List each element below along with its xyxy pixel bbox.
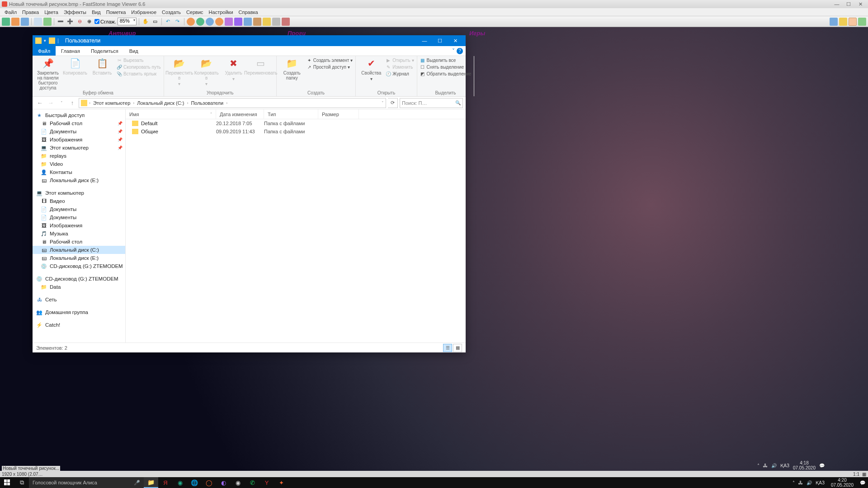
- paste-shortcut-button[interactable]: 📎Вставить ярлык: [117, 70, 161, 77]
- nav-item[interactable]: 🖴Локальный диск (E:): [33, 254, 125, 262]
- folder-icon[interactable]: [11, 18, 19, 26]
- tool5-icon[interactable]: [225, 18, 233, 26]
- nav-item[interactable]: 📄Документы📌: [33, 127, 125, 136]
- settings-icon[interactable]: [282, 18, 290, 26]
- menu-favorites[interactable]: Избранное: [128, 9, 159, 15]
- recent-locations-button[interactable]: ˅: [57, 99, 66, 108]
- nav-homegroup[interactable]: 👥Домашняя группа: [33, 308, 125, 316]
- email-icon[interactable]: [253, 18, 261, 26]
- nav-pane[interactable]: ★Быстрый доступ 🖥Рабочий стол📌📄Документы…: [33, 109, 126, 343]
- tool4-icon[interactable]: [215, 18, 223, 26]
- zoom-combo[interactable]: 85%: [118, 18, 137, 25]
- table-row[interactable]: Общие09.09.2019 11:43Папка с файлами: [126, 127, 466, 136]
- nav-this-pc[interactable]: 💻Этот компьютер: [33, 189, 125, 197]
- close-button[interactable]: ✕: [854, 1, 866, 7]
- view2-icon[interactable]: [839, 18, 847, 26]
- breadcrumb[interactable]: › Этот компьютер › Локальный диск (C:) ›…: [79, 98, 386, 108]
- zoom-in-icon[interactable]: ➕: [66, 18, 74, 26]
- tray-chevron-icon[interactable]: ˄: [793, 480, 795, 485]
- menu-settings[interactable]: Настройки: [206, 9, 236, 15]
- col-date[interactable]: Дата изменения: [216, 109, 264, 119]
- fullscreen-icon[interactable]: [34, 18, 42, 26]
- menu-service[interactable]: Сервис: [184, 9, 206, 15]
- view4-icon[interactable]: [858, 18, 866, 26]
- menu-help[interactable]: Справка: [236, 9, 261, 15]
- select-icon[interactable]: ▭: [151, 18, 159, 26]
- taskbar-steam-icon[interactable]: ◉: [231, 477, 245, 488]
- explorer-minimize-button[interactable]: —: [417, 38, 432, 44]
- start-button[interactable]: [0, 479, 14, 486]
- save-icon[interactable]: [21, 18, 29, 26]
- tray-volume-icon[interactable]: 🔊: [771, 463, 777, 468]
- view3-icon[interactable]: [849, 18, 857, 26]
- rename-button[interactable]: ▭Переименовать: [248, 57, 274, 75]
- nav-item[interactable]: 🖼Изображения📌: [33, 136, 125, 144]
- ribbon-help[interactable]: ˅?: [449, 46, 466, 56]
- select-none-button[interactable]: ☐Снять выделение: [420, 64, 472, 70]
- forward-button[interactable]: →: [46, 99, 55, 108]
- refresh-button[interactable]: ⟳: [388, 98, 398, 108]
- menu-file[interactable]: Файл: [2, 9, 19, 15]
- nav-item[interactable]: 🖴Локальный диск (E:): [33, 176, 125, 184]
- chevron-right-icon[interactable]: ›: [225, 101, 228, 105]
- crumb-thispc[interactable]: Этот компьютер: [92, 100, 131, 106]
- nav-cd[interactable]: 💿CD-дисковод (G:) ZTEMODEM: [33, 275, 125, 283]
- status-extra-icon[interactable]: ▦: [862, 472, 866, 477]
- rotate-right-icon[interactable]: ↷: [174, 18, 182, 26]
- zoom-out-icon[interactable]: ➖: [57, 18, 65, 26]
- maximize-button[interactable]: ☐: [843, 1, 854, 7]
- task-view-button[interactable]: ⧉: [14, 479, 29, 486]
- nav-item[interactable]: 📁replays: [33, 152, 125, 160]
- taskbar-ybrowser-icon[interactable]: Y: [259, 477, 274, 488]
- delete-button[interactable]: ✖Удалить▾: [221, 57, 246, 81]
- icons-view-button[interactable]: ▦: [453, 344, 462, 352]
- explorer-close-button[interactable]: ✕: [448, 38, 463, 44]
- menu-colors[interactable]: Цвета: [42, 9, 61, 15]
- nav-item[interactable]: 📄Документы: [33, 205, 125, 213]
- menu-create[interactable]: Создать: [159, 9, 184, 15]
- col-type[interactable]: Тип: [264, 109, 318, 119]
- chevron-right-icon[interactable]: ›: [132, 101, 135, 105]
- nav-item[interactable]: 🎵Музыка: [33, 230, 125, 238]
- file-list[interactable]: Имя ˄ Дата изменения Тип Размер Default2…: [126, 109, 466, 343]
- zoom-1to1-icon[interactable]: ⊕: [85, 18, 93, 26]
- rotate-left-icon[interactable]: ↶: [164, 18, 172, 26]
- hand-icon[interactable]: ✋: [142, 18, 150, 26]
- pin-button[interactable]: 📌Закрепить на панели быстрого доступа: [35, 57, 61, 90]
- tool2-icon[interactable]: [196, 18, 204, 26]
- inner-clock[interactable]: 4:1807.05.2020: [793, 460, 816, 470]
- action-center-icon[interactable]: 💬: [860, 480, 865, 485]
- taskbar-app2-icon[interactable]: ◯: [202, 477, 216, 488]
- nav-item[interactable]: 🎞Видео: [33, 197, 125, 205]
- menu-tag[interactable]: Пометка: [104, 9, 129, 15]
- tab-file[interactable]: Файл: [33, 46, 56, 56]
- properties-button[interactable]: ✔Свойства▾: [359, 57, 384, 81]
- alisa-search[interactable]: Голосовой помощник Алиса🎤: [29, 477, 144, 488]
- qat-folder-icon[interactable]: [49, 38, 55, 44]
- chevron-right-icon[interactable]: ›: [186, 101, 189, 105]
- tray-volume-icon[interactable]: 🔊: [807, 480, 812, 485]
- tab-home[interactable]: Главная: [56, 46, 85, 56]
- nav-quick-access[interactable]: ★Быстрый доступ: [33, 111, 125, 119]
- explorer-maximize-button[interactable]: ☐: [432, 38, 448, 44]
- taskbar-chrome-icon[interactable]: 🌐: [187, 477, 202, 488]
- copy-to-button[interactable]: 📂Копировать в▾: [194, 57, 219, 86]
- tray-network-icon[interactable]: 🖧: [763, 463, 768, 468]
- tray-lang[interactable]: ҚАЗ: [780, 463, 789, 468]
- invert-selection-button[interactable]: ◩Обратить выделение: [420, 70, 472, 77]
- tray-chevron-icon[interactable]: ˄: [757, 463, 760, 468]
- cut-button[interactable]: ✂Вырезать: [117, 57, 161, 63]
- clock[interactable]: 4:2007.05.2020: [828, 478, 856, 488]
- select-all-button[interactable]: ▦Выделить все: [420, 57, 472, 63]
- qat-dropdown-icon[interactable]: ▾: [42, 38, 47, 43]
- nav-item[interactable]: 👤Контакты: [33, 168, 125, 176]
- easy-access-button[interactable]: ↗Простой доступ ▾: [307, 64, 353, 70]
- search-input[interactable]: Поиск: П…: [400, 98, 463, 108]
- nav-item[interactable]: 🖥Рабочий стол📌: [33, 119, 125, 127]
- tab-share[interactable]: Поделиться: [85, 46, 124, 56]
- view1-icon[interactable]: [830, 18, 838, 26]
- zoom-actual-icon[interactable]: ⊖: [75, 18, 84, 26]
- copy-button[interactable]: 📄Копировать: [62, 57, 88, 75]
- tab-view[interactable]: Вид: [124, 46, 144, 56]
- tray-network-icon[interactable]: 🖧: [798, 480, 803, 485]
